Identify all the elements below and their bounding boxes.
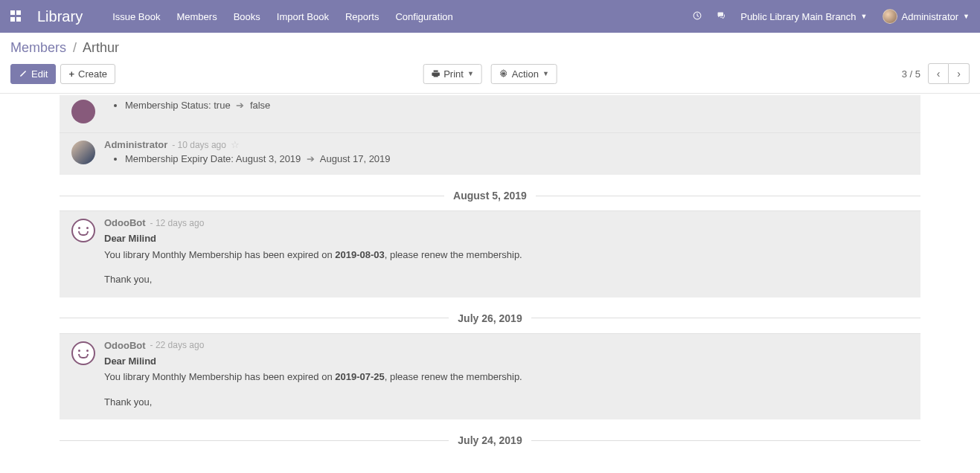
nav-reports[interactable]: Reports: [345, 11, 379, 22]
date-separator-text: July 24, 2019: [458, 434, 522, 446]
nav-members[interactable]: Members: [176, 11, 217, 22]
chevron-right-icon: ›: [957, 68, 961, 80]
greeting: Dear Milind: [104, 231, 909, 246]
nav-configuration[interactable]: Configuration: [395, 11, 452, 22]
company-switcher[interactable]: Public Library Main Branch ▼: [740, 11, 867, 22]
date-separator: July 24, 2019: [60, 434, 920, 446]
old-value: true: [214, 100, 230, 111]
message-log: Membership Status: true ➔ false Administ…: [0, 95, 980, 473]
log-time: 12 days ago: [150, 218, 205, 228]
text: You library Monthly Membership has been …: [104, 371, 335, 382]
star-icon[interactable]: ☆: [231, 139, 240, 150]
log-author: OdooBot: [104, 217, 146, 228]
log-entry: Membership Status: true ➔ false: [60, 95, 920, 132]
breadcrumb: Members / Arthur: [10, 40, 970, 56]
control-bar: Members / Arthur Edit + Create Print ▼ A…: [0, 33, 980, 94]
log-entry: OdooBot 22 days ago Dear Milind You libr…: [60, 333, 920, 420]
change-list: Membership Status: true ➔ false: [104, 100, 909, 111]
caret-down-icon: ▼: [963, 13, 970, 20]
pager-text: 3 / 5: [902, 68, 920, 80]
nav-issue-book[interactable]: Issue Book: [112, 11, 160, 22]
pencil-icon: [19, 69, 28, 78]
field-label: Membership Expiry Date:: [125, 153, 234, 164]
spacer: [0, 455, 980, 473]
user-name: Administrator: [902, 11, 959, 22]
log-author: Administrator: [104, 139, 167, 150]
log-body: OdooBot 22 days ago Dear Milind You libr…: [104, 340, 909, 411]
thanks: Thank you,: [104, 272, 909, 287]
avatar-icon: [71, 100, 95, 123]
pager-next-button[interactable]: ›: [949, 63, 970, 84]
create-label: Create: [78, 68, 107, 80]
company-name: Public Library Main Branch: [740, 11, 856, 22]
nav-menu: Issue Book Members Books Import Book Rep…: [112, 11, 453, 22]
text: You library Monthly Membership has been …: [104, 249, 335, 260]
text: , please renew the membership.: [385, 249, 522, 260]
spacer: [104, 263, 909, 271]
bot-avatar-icon: [71, 341, 95, 365]
edit-button[interactable]: Edit: [10, 64, 56, 84]
chevron-left-icon: ‹: [937, 68, 941, 80]
pager-buttons: ‹ ›: [928, 63, 970, 84]
avatar-icon: [71, 141, 95, 164]
log-header: Administrator 10 days ago ☆: [104, 139, 909, 150]
nav-books[interactable]: Books: [234, 11, 260, 22]
top-navbar: Library Issue Book Members Books Import …: [0, 0, 980, 33]
expiry-line: You library Monthly Membership has been …: [104, 248, 909, 263]
caret-down-icon: ▼: [861, 13, 868, 20]
control-right: 3 / 5 ‹ ›: [902, 63, 970, 84]
log-entry: Administrator 10 days ago ☆ Membership E…: [60, 132, 920, 175]
new-value: August 17, 2019: [320, 153, 391, 164]
breadcrumb-separator: /: [73, 40, 77, 55]
navbar-left: Library Issue Book Members Books Import …: [10, 8, 453, 25]
log-header: OdooBot 12 days ago: [104, 217, 909, 228]
arrow-right-icon: ➔: [307, 153, 315, 164]
nav-import-book[interactable]: Import Book: [277, 11, 329, 22]
breadcrumb-current: Arthur: [83, 40, 119, 55]
caret-down-icon: ▼: [542, 70, 549, 77]
chat-icon[interactable]: [717, 11, 726, 22]
apps-icon[interactable]: [10, 10, 22, 22]
date-separator: July 26, 2019: [60, 312, 920, 324]
pager-prev-button[interactable]: ‹: [928, 63, 949, 84]
navbar-right: Public Library Main Branch ▼ Administrat…: [693, 9, 970, 24]
log-entry: OdooBot 12 days ago Dear Milind You libr…: [60, 210, 920, 297]
date-separator: August 5, 2019: [60, 190, 920, 202]
change-item: Membership Status: true ➔ false: [125, 100, 909, 111]
old-value: August 3, 2019: [236, 153, 301, 164]
log-content: Dear Milind You library Monthly Membersh…: [104, 354, 909, 410]
svg-point-1: [502, 73, 505, 75]
field-label: Membership Status:: [125, 100, 211, 111]
edit-label: Edit: [31, 68, 48, 80]
log-body: Administrator 10 days ago ☆ Membership E…: [104, 139, 909, 166]
print-icon: [431, 69, 440, 78]
expiry-line: You library Monthly Membership has been …: [104, 370, 909, 384]
change-item: Membership Expiry Date: August 3, 2019 ➔…: [125, 153, 909, 164]
log-time: 10 days ago: [172, 140, 226, 150]
content-scroll[interactable]: Membership Status: true ➔ false Administ…: [0, 95, 980, 473]
log-time: 22 days ago: [150, 340, 205, 350]
print-button[interactable]: Print ▼: [423, 64, 482, 84]
clock-icon[interactable]: [693, 11, 702, 22]
gear-icon: [499, 69, 508, 78]
text: , please renew the membership.: [385, 371, 522, 382]
action-label: Action: [512, 68, 539, 80]
log-body: Membership Status: true ➔ false: [104, 98, 909, 112]
log-author: OdooBot: [104, 340, 146, 351]
breadcrumb-parent[interactable]: Members: [10, 40, 66, 55]
log-header: OdooBot 22 days ago: [104, 340, 909, 351]
user-menu[interactable]: Administrator ▼: [883, 9, 970, 24]
change-list: Membership Expiry Date: August 3, 2019 ➔…: [104, 153, 909, 164]
arrow-right-icon: ➔: [236, 100, 244, 111]
expiry-date: 2019-08-03: [335, 249, 385, 260]
app-brand[interactable]: Library: [37, 8, 83, 25]
action-button[interactable]: Action ▼: [491, 64, 557, 84]
control-row: Edit + Create Print ▼ Action ▼ 3 / 5 ‹: [10, 63, 970, 84]
create-button[interactable]: + Create: [60, 64, 115, 84]
caret-down-icon: ▼: [467, 70, 474, 77]
expiry-date: 2019-07-25: [335, 371, 385, 382]
spacer: [104, 386, 909, 393]
plus-icon: +: [68, 68, 74, 80]
date-separator-text: August 5, 2019: [453, 190, 527, 202]
control-center: Print ▼ Action ▼: [423, 64, 557, 84]
